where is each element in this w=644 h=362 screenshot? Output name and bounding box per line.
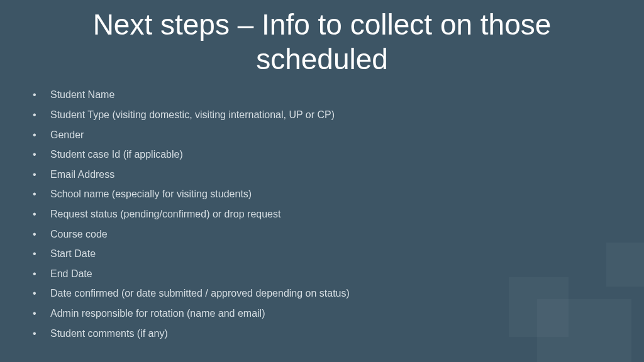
list-item: Student Type (visiting domestic, visitin… (50, 108, 613, 122)
slide: Next steps – Info to collect on those sc… (0, 0, 644, 362)
list-item: Student comments (if any) (50, 327, 613, 341)
list-item: Admin responsible for rotation (name and… (50, 307, 613, 321)
list-item: School name (especially for visiting stu… (50, 187, 613, 201)
list-item: Start Date (50, 247, 613, 261)
list-item: Student case Id (if applicable) (50, 148, 613, 162)
slide-title: Next steps – Info to collect on those sc… (31, 8, 613, 77)
bullet-list: Student Name Student Type (visiting dome… (31, 88, 613, 340)
list-item: End Date (50, 267, 613, 281)
list-item: Request status (pending/confirmed) or dr… (50, 207, 613, 221)
list-item: Gender (50, 128, 613, 142)
list-item: Email Address (50, 168, 613, 182)
list-item: Student Name (50, 88, 613, 102)
list-item: Course code (50, 228, 613, 241)
list-item: Date confirmed (or date submitted / appr… (50, 287, 613, 300)
